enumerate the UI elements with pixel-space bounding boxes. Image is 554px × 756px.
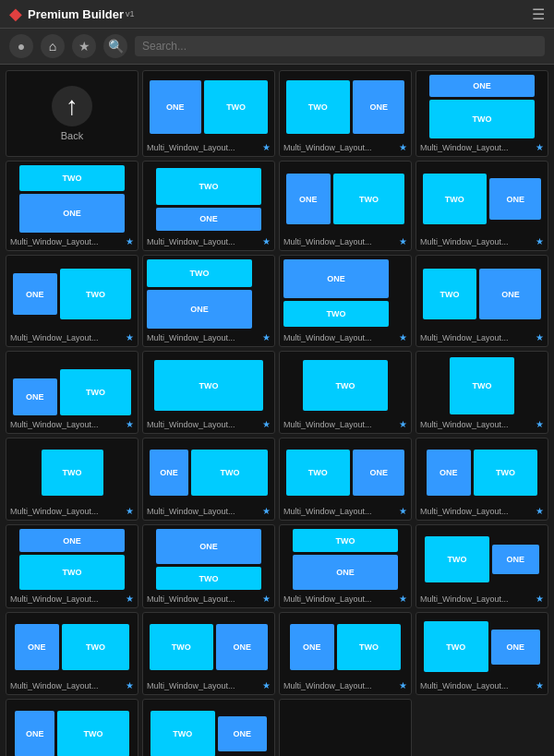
menu-icon[interactable]: ☰ (532, 6, 545, 23)
layout-preview: ONE TWO (10, 703, 134, 756)
layout-preview: TWO ONE (147, 165, 271, 233)
star-icon[interactable]: ★ (126, 680, 134, 690)
block-two: TWO (57, 711, 129, 757)
star-icon[interactable]: ★ (262, 680, 271, 690)
layout-cell[interactable]: ONE TWO Multi_Window_Layout... ★ (279, 612, 412, 695)
star-icon[interactable]: ★ (262, 142, 271, 152)
star-icon[interactable]: ★ (536, 419, 544, 429)
star-icon[interactable]: ★ (399, 142, 407, 152)
layout-cell[interactable]: TWO ONE Multi_Window_Layout... ★ (416, 524, 548, 608)
block-one: ONE (216, 624, 268, 670)
star-icon[interactable]: ★ (536, 506, 544, 516)
layout-cell[interactable]: TWO ONE Multi_Window_Layout... ★ (142, 612, 275, 695)
layout-cell[interactable]: ONE TWO Multi_Window_Layout... ★ (416, 70, 548, 157)
star-icon[interactable]: ★ (126, 594, 134, 604)
layout-preview: ONE TWO (10, 617, 134, 677)
back-cell[interactable]: ↑ Back (6, 70, 138, 157)
block-two: TWO (286, 80, 351, 134)
star-icon[interactable]: ★ (262, 594, 271, 604)
star-icon[interactable]: ★ (536, 142, 544, 152)
cell-label: Multi_Window_Layout... ★ (420, 332, 544, 342)
block-one: ONE (492, 545, 539, 574)
star-icon[interactable]: ★ (126, 419, 134, 429)
star-icon[interactable]: ★ (399, 332, 407, 342)
layout-cell[interactable]: TWO Multi_Window_Layout... ★ (279, 351, 412, 434)
star-icon[interactable]: ★ (126, 332, 134, 342)
layout-cell[interactable]: ONE TWO Multi_Window_Layout... ★ (6, 612, 138, 695)
block-one: ONE (13, 378, 57, 415)
layout-cell[interactable]: ONE TWO Multi_Window_Layout... ★ (279, 161, 412, 251)
layout-preview: TWO ONE (420, 165, 544, 233)
star-icon[interactable]: ★ (536, 680, 544, 690)
layout-cell[interactable]: TWO Multi_Window_Layout... ★ (416, 351, 548, 434)
star-icon[interactable]: ★ (399, 594, 407, 604)
block-two: TWO (303, 360, 387, 411)
cell-label: Multi_Window_Layout... ★ (10, 506, 134, 516)
cell-label: Multi_Window_Layout... ★ (420, 680, 544, 690)
layout-cell[interactable]: ONE TWO Multi_Window_Layout... ★ (142, 438, 275, 521)
layout-cell[interactable]: ONE TWO Multi_Window_Layout... ★ (142, 70, 275, 157)
layout-cell[interactable]: TWO ONE Multi_Window_Layout... ★ (279, 438, 412, 521)
star-icon[interactable]: ★ (262, 332, 271, 342)
layout-cell[interactable]: TWO ONE Multi_Window_Layout... ★ (6, 161, 138, 251)
cell-label: Multi_Window_Layout... ★ (420, 419, 544, 429)
layout-cell[interactable]: TWO ONE Multi_Window_Layout... ★ (416, 255, 548, 347)
star-btn[interactable]: ★ (72, 34, 96, 58)
block-two: TWO (147, 259, 252, 287)
layout-cell[interactable]: TWO Multi_Window_Layout... ★ (142, 351, 275, 434)
layout-cell[interactable]: TWO ONE Multi_Window_Layout... ★ (279, 524, 412, 608)
grid-area: ↑ Back ONE TWO Multi_Window_Layout... ★ … (0, 65, 554, 756)
search-btn[interactable]: 🔍 (103, 34, 127, 58)
layout-cell[interactable]: ONE TWO Multi_Window_Layout... ★ (6, 699, 138, 756)
block-two: TWO (19, 555, 125, 590)
block-two: TWO (425, 536, 489, 582)
layout-cell[interactable]: ONE TWO Multi_Window_Layout... ★ (6, 351, 138, 434)
layout-preview: TWO ONE (283, 442, 407, 502)
layout-cell[interactable]: TWO ONE Multi_Window_Layout... ★ (142, 255, 275, 347)
cell-label: Multi_Window_Layout... ★ (283, 680, 407, 690)
layout-cell[interactable]: TWO ONE Multi_Window_Layout... ★ (142, 699, 275, 756)
star-icon[interactable]: ★ (126, 506, 134, 516)
star-icon[interactable]: ★ (399, 680, 407, 690)
layout-cell[interactable]: ONE TWO Multi_Window_Layout... ★ (142, 524, 275, 608)
star-icon[interactable]: ★ (262, 236, 271, 246)
star-icon[interactable]: ★ (262, 506, 271, 516)
layout-cell[interactable]: ONE TWO Multi_Window_Layout... ★ (6, 255, 138, 347)
star-icon[interactable]: ★ (399, 419, 407, 429)
layout-preview: ONE TWO (283, 165, 407, 233)
layout-cell[interactable]: TWO ONE Multi_Window_Layout... ★ (279, 70, 412, 157)
block-one: ONE (427, 450, 471, 496)
layout-preview: TWO (283, 355, 407, 415)
search-input[interactable] (135, 36, 545, 56)
block-one: ONE (290, 624, 334, 670)
layout-preview: TWO ONE (420, 259, 544, 329)
star-icon[interactable]: ★ (399, 506, 407, 516)
block-two: TWO (62, 624, 130, 670)
block-two: TWO (474, 450, 538, 496)
block-two: TWO (60, 269, 132, 319)
layout-preview: TWO (420, 355, 544, 415)
layout-cell[interactable]: TWO ONE Multi_Window_Layout... ★ (416, 612, 548, 695)
star-icon[interactable]: ★ (536, 332, 544, 342)
star-icon[interactable]: ★ (126, 236, 134, 246)
block-one: ONE (353, 450, 404, 496)
layout-cell[interactable]: ONE TWO Multi_Window_Layout... ★ (416, 438, 548, 521)
layout-cell[interactable]: ONE TWO Multi_Window_Layout... ★ (279, 255, 412, 347)
cell-label: Multi_Window_Layout... ★ (283, 506, 407, 516)
block-two: TWO (191, 450, 268, 496)
layout-cell[interactable]: TWO ONE Multi_Window_Layout... ★ (416, 161, 548, 251)
cell-label: Multi_Window_Layout... ★ (10, 594, 134, 604)
layout-cell[interactable]: ONE TWO Multi_Window_Layout... ★ (6, 524, 138, 608)
layout-cell[interactable]: TWO Multi_Window_Layout... ★ (6, 438, 138, 521)
star-icon[interactable]: ★ (399, 236, 407, 246)
star-icon[interactable]: ★ (536, 594, 544, 604)
layout-cell[interactable]: TWO ONE Multi_Window_Layout... ★ (142, 161, 275, 251)
circle-btn[interactable]: ● (9, 34, 33, 58)
block-two: TWO (424, 621, 488, 672)
block-one: ONE (429, 75, 535, 97)
layout-preview: ONE TWO (283, 617, 407, 677)
block-one: ONE (15, 624, 59, 670)
star-icon[interactable]: ★ (536, 236, 544, 246)
home-btn[interactable]: ⌂ (41, 34, 65, 58)
star-icon[interactable]: ★ (262, 419, 271, 429)
